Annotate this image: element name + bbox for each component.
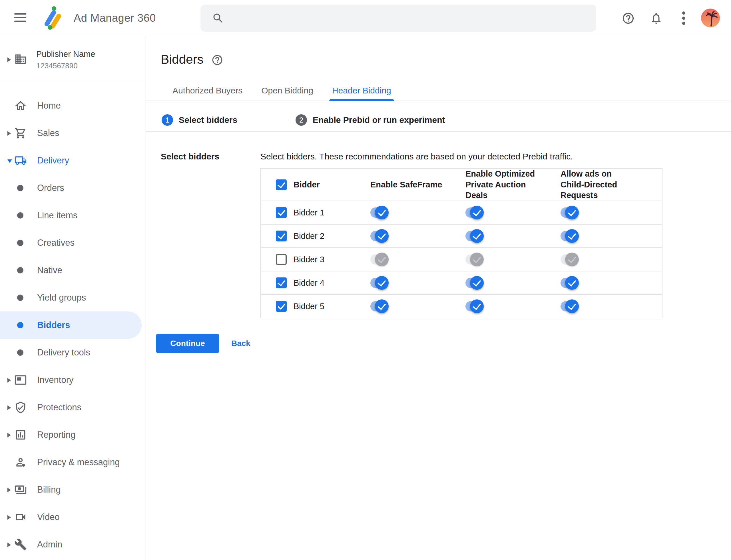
publisher-selector[interactable]: Publisher Name 1234567890 [0,36,146,82]
step-2-label: Enable Prebid or run experiment [313,115,445,125]
optimized-deals-toggle[interactable] [465,207,482,218]
divider [146,131,731,132]
expand-arrow-icon[interactable] [7,405,11,410]
safeframe-toggle[interactable] [370,207,387,218]
billing-icon [14,483,27,496]
main-content: Bidders Authorized BuyersOpen BiddingHea… [146,36,731,560]
notifications-icon[interactable] [647,0,665,36]
bullet-icon [17,295,23,301]
help-icon[interactable] [619,0,637,36]
back-link[interactable]: Back [231,334,251,353]
bullet-icon [17,185,23,191]
bidder-name: Bidder 3 [294,255,325,264]
child-directed-toggle[interactable] [560,278,578,288]
sidebar-item-video[interactable]: Video [0,503,146,531]
sidebar-item-label: Yield groups [37,284,86,311]
bullet-icon [17,212,23,219]
safeframe-toggle[interactable] [370,301,387,311]
expand-arrow-icon[interactable] [7,131,11,136]
sidebar-item-native[interactable]: Native [0,257,146,284]
sidebar-item-creatives[interactable]: Creatives [0,229,146,257]
help-icon[interactable] [211,54,223,66]
safeframe-toggle[interactable] [370,278,387,288]
tab-authorized-buyers[interactable]: Authorized Buyers [173,84,243,101]
toggle-check-icon [470,276,484,290]
sidebar-item-label: Delivery [37,147,69,174]
expand-arrow-icon[interactable] [7,515,11,520]
avatar[interactable] [701,9,720,27]
page-title: Bidders [161,52,203,67]
sidebar-item-yield-groups[interactable]: Yield groups [0,284,146,311]
sidebar-item-label: Line items [37,202,77,229]
bullet-icon [17,349,23,356]
child-directed-toggle[interactable] [560,231,578,241]
row-checkbox[interactable] [276,207,287,218]
home-icon [14,99,27,112]
expand-arrow-icon[interactable] [7,57,11,62]
expand-arrow-icon[interactable] [7,433,11,437]
expand-arrow-icon[interactable] [7,378,11,383]
sidebar-item-privacy-messaging[interactable]: Privacy & messaging [0,449,146,476]
expand-arrow-icon[interactable] [7,488,11,492]
safeframe-toggle[interactable] [370,254,387,265]
row-checkbox[interactable] [276,254,287,265]
sidebar-item-inventory[interactable]: Inventory [0,366,146,394]
tab-label: Open Bidding [261,86,313,95]
child-directed-toggle[interactable] [560,254,578,265]
sidebar-item-admin[interactable]: Admin [0,531,146,558]
bidders-table: BidderEnable SafeFrameEnable Optimized P… [261,168,662,318]
toggle-check-icon [470,253,484,266]
optimized-deals-toggle[interactable] [465,278,482,288]
cart-icon [14,127,27,139]
inventory-icon [14,374,27,386]
sidebar-item-delivery[interactable]: Delivery [0,147,146,174]
toggle-check-icon [470,229,484,243]
sidebar-item-bidders[interactable]: Bidders [0,311,142,339]
sidebar-item-label: Inventory [37,366,74,394]
sidebar-item-label: Billing [37,476,61,503]
continue-button[interactable]: Continue [156,334,219,353]
tab-open-bidding[interactable]: Open Bidding [261,84,313,101]
row-checkbox[interactable] [276,301,287,312]
optimized-deals-toggle[interactable] [465,254,482,265]
sidebar-item-label: Admin [37,531,62,558]
admin-icon [14,538,27,551]
sidebar-item-sales[interactable]: Sales [0,119,146,147]
toggle-check-icon [375,276,388,290]
sidebar-item-orders[interactable]: Orders [0,174,146,202]
step-2-circle[interactable]: 2 [296,114,307,126]
video-icon [14,511,27,523]
row-checkbox[interactable] [276,231,287,241]
expand-arrow-icon[interactable] [7,543,11,547]
select-all-checkbox[interactable] [276,179,287,190]
more-vert-icon[interactable] [674,0,693,36]
search-bar[interactable] [201,5,596,32]
sidebar-item-billing[interactable]: Billing [0,476,146,503]
collapse-arrow-icon[interactable] [7,159,12,163]
optimized-deals-toggle[interactable] [465,231,482,241]
sidebar-item-line-items[interactable]: Line items [0,202,146,229]
stepper: 1Select bidders2Enable Prebid or run exp… [162,113,445,127]
menu-icon[interactable] [14,13,26,23]
child-directed-toggle[interactable] [560,301,578,311]
toggle-check-icon [375,229,388,243]
shield-icon [14,401,27,414]
section-label: Select bidders [161,152,219,161]
tab-header-bidding[interactable]: Header Bidding [332,84,391,101]
sidebar-item-label: Home [37,92,61,119]
sidebar-item-label: Reporting [37,421,75,449]
row-checkbox[interactable] [276,277,287,288]
child-directed-toggle[interactable] [560,207,578,218]
sidebar-item-protections[interactable]: Protections [0,394,146,421]
ad-manager-app: Ad Manager 360 [0,0,731,560]
toggle-check-icon [565,276,579,290]
search-icon [212,12,225,25]
sidebar-item-delivery-tools[interactable]: Delivery tools [0,339,146,366]
sidebar-item-home[interactable]: Home [0,92,146,119]
toggle-check-icon [375,253,388,266]
search-input[interactable] [233,9,588,27]
optimized-deals-toggle[interactable] [465,301,482,311]
step-1-circle[interactable]: 1 [162,114,173,126]
safeframe-toggle[interactable] [370,231,387,241]
sidebar-item-reporting[interactable]: Reporting [0,421,146,449]
